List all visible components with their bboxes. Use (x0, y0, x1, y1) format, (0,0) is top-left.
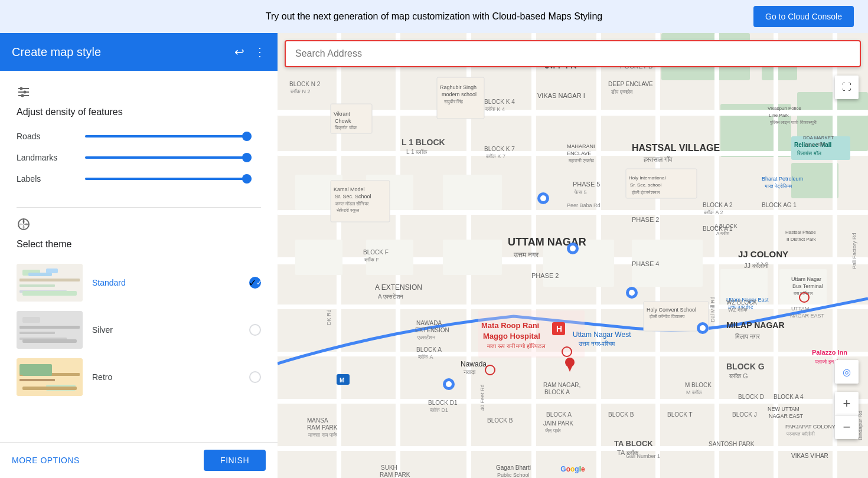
map-area[interactable]: UTTAM NAGAR उत्तम नगर HASTSAL VILLAGE हस… (278, 33, 868, 478)
svg-text:PHASE 4: PHASE 4 (632, 260, 659, 267)
svg-text:BLOCK K 7: BLOCK K 7 (484, 146, 515, 152)
sidebar-title: Create map style (12, 45, 101, 59)
silver-theme-name: Silver (92, 325, 249, 335)
svg-text:उत्तम नगर: उत्तम नगर (513, 251, 539, 259)
svg-text:Gali Number 1: Gali Number 1 (626, 453, 660, 459)
svg-text:BLOCK A 2: BLOCK A 2 (703, 202, 733, 208)
more-options-button[interactable]: MORE OPTIONS (12, 456, 80, 465)
svg-text:Maggo Hospital: Maggo Hospital (483, 332, 540, 341)
svg-text:Holy International: Holy International (629, 175, 665, 181)
svg-text:PHASE 2: PHASE 2 (632, 216, 659, 223)
svg-rect-14 (19, 326, 80, 329)
svg-text:जैन पार्क: जैन पार्क (544, 427, 561, 434)
svg-text:RAM PARK: RAM PARK (380, 472, 410, 478)
svg-rect-19 (19, 373, 80, 376)
standard-theme-name: Standard (92, 278, 249, 287)
svg-text:VIKAS VIHAR: VIKAS VIHAR (791, 453, 828, 459)
roads-slider[interactable] (85, 135, 252, 137)
svg-text:Chowk: Chowk (335, 118, 351, 124)
silver-radio[interactable] (249, 324, 261, 336)
svg-rect-36 (278, 446, 868, 451)
sidebar-header-actions: ↩ ⋮ (234, 45, 266, 59)
svg-text:JJ कॉलोनी: JJ कॉलोनी (744, 262, 769, 269)
svg-text:परजापत कॉलोनी: परजापत कॉलोनी (786, 431, 815, 437)
svg-rect-21 (19, 364, 43, 375)
svg-text:राघुबीर सिंह: राघुबीर सिंह (443, 99, 463, 105)
zoom-out-button[interactable]: − (835, 415, 859, 439)
top-banner: Try out the next generation of map custo… (0, 0, 868, 33)
svg-text:NAWADA: NAWADA (416, 320, 442, 326)
svg-rect-15 (19, 332, 55, 334)
svg-rect-9 (19, 284, 55, 287)
svg-text:BLOCK A 4: BLOCK A 4 (774, 394, 804, 400)
more-vert-icon[interactable]: ⋮ (254, 45, 266, 59)
zoom-in-button[interactable]: + (835, 392, 859, 415)
svg-text:BLOCK N 2: BLOCK N 2 (289, 81, 321, 87)
svg-rect-22 (46, 385, 76, 391)
svg-text:TA BLOCK: TA BLOCK (614, 439, 653, 448)
svg-text:MAHARANI: MAHARANI (567, 143, 595, 149)
svg-point-159 (629, 290, 635, 296)
svg-text:Pali Factory Rd: Pali Factory Rd (851, 233, 857, 269)
svg-text:Peer Baba Rd: Peer Baba Rd (567, 202, 601, 208)
svg-text:Public School: Public School (497, 472, 530, 478)
cloud-console-button[interactable]: Go to Cloud Console (753, 6, 854, 27)
location-button[interactable]: ◎ (835, 360, 859, 384)
svg-point-4 (24, 91, 27, 94)
svg-text:BLOCK D1: BLOCK D1 (428, 400, 458, 406)
svg-text:होली कॉन्वेंट विद्यालय: होली कॉन्वेंट विद्यालय (649, 313, 685, 319)
svg-text:A BLOCK: A BLOCK (714, 223, 738, 229)
svg-rect-8 (19, 279, 80, 281)
svg-text:BLOCK F: BLOCK F (363, 249, 389, 256)
svg-text:JJ COLONY: JJ COLONY (738, 249, 788, 259)
svg-text:ब्लॉक D1: ब्लॉक D1 (429, 407, 448, 413)
svg-text:Gagan Bharti: Gagan Bharti (496, 464, 531, 471)
undo-icon[interactable]: ↩ (234, 45, 244, 59)
theme-item-standard[interactable]: Standard ✓ (17, 259, 261, 306)
roads-label: Roads (17, 132, 76, 141)
svg-text:Mata Roop Rani: Mata Roop Rani (481, 321, 539, 330)
theme-item-silver[interactable]: Silver (17, 306, 261, 353)
finish-button[interactable]: FINISH (204, 450, 266, 471)
svg-point-157 (570, 245, 576, 251)
svg-text:Bus Terminal: Bus Terminal (792, 283, 823, 289)
svg-point-161 (700, 325, 706, 331)
svg-text:नवादा: नवादा (463, 369, 476, 375)
roads-slider-row: Roads (17, 132, 261, 141)
svg-text:BLOCK K 4: BLOCK K 4 (484, 99, 515, 105)
sidebar-footer: MORE OPTIONS FINISH (0, 442, 278, 478)
svg-text:ब्लॉक K 7: ब्लॉक K 7 (485, 153, 505, 159)
svg-text:EXTENSION: EXTENSION (415, 327, 449, 333)
search-input[interactable] (285, 40, 861, 67)
svg-text:माता रूप रानी मग्गो हॉस्पिटल: माता रूप रानी मग्गो हॉस्पिटल (487, 343, 546, 349)
svg-text:modern school: modern school (442, 91, 477, 97)
silver-thumbnail (17, 311, 83, 349)
svg-text:महारानी एन्क्लेव: महारानी एन्क्लेव (568, 158, 595, 163)
landmarks-slider-row: Landmarks (17, 153, 261, 162)
svg-text:A ब्लॉक: A ब्लॉक (716, 231, 730, 236)
svg-text:Nawada: Nawada (461, 360, 487, 368)
svg-text:PHASE 5: PHASE 5 (573, 181, 600, 188)
standard-radio[interactable]: ✓ (249, 277, 261, 289)
svg-text:RAM PARK: RAM PARK (307, 424, 338, 431)
svg-text:PARJAPAT COLONY: PARJAPAT COLONY (785, 424, 836, 430)
svg-text:A EXTENSION: A EXTENSION (375, 283, 422, 292)
retro-radio[interactable] (249, 371, 261, 383)
fullscreen-button[interactable]: ⛶ (835, 76, 859, 99)
svg-text:Hastsal Phase: Hastsal Phase (785, 230, 816, 235)
sidebar-scroll[interactable]: Adjust density of features Roads Landmar… (0, 71, 278, 442)
svg-text:Uttam Nagar West: Uttam Nagar West (573, 330, 631, 339)
svg-text:MANSA: MANSA (307, 417, 328, 424)
svg-text:JAIN PARK: JAIN PARK (543, 420, 573, 427)
svg-text:Line Park: Line Park (769, 113, 789, 118)
fullscreen-icon: ⛶ (842, 82, 851, 93)
svg-text:SANTOSH PARK: SANTOSH PARK (709, 441, 755, 447)
theme-item-retro[interactable]: Retro (17, 353, 261, 401)
svg-text:SUKH: SUKH (381, 464, 397, 471)
labels-slider[interactable] (85, 178, 252, 180)
svg-text:मिलाप नगर: मिलाप नगर (735, 333, 760, 340)
landmarks-slider[interactable] (85, 156, 252, 159)
theme-title: Select theme (17, 239, 261, 250)
svg-text:HASTSAL VILLAGE: HASTSAL VILLAGE (632, 143, 720, 153)
svg-text:VIKAS NAGAR I: VIKAS NAGAR I (537, 92, 585, 99)
